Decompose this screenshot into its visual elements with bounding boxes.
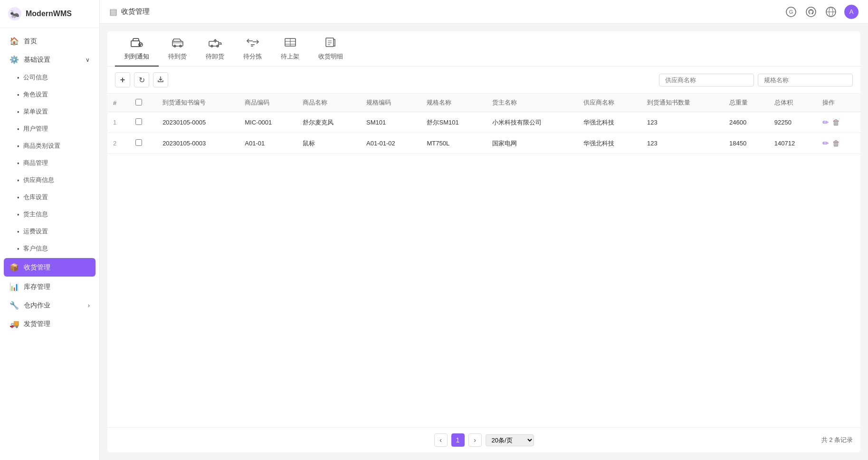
sidebar-item-user-label: 用户管理 <box>23 125 48 133</box>
prev-page-button[interactable]: ‹ <box>434 433 448 447</box>
row-1-select-checkbox[interactable] <box>135 118 142 125</box>
tabs: 到到通知 待到货 <box>107 31 860 67</box>
col-action: 操作 <box>817 94 860 112</box>
select-all-checkbox[interactable] <box>135 99 142 105</box>
data-table: # 到货通知书编号 商品编码 商品名称 规格编码 规格名称 货主名称 供应商名称… <box>107 94 860 154</box>
sub-icon: ▪ <box>17 74 19 81</box>
add-button[interactable]: + <box>115 72 130 87</box>
tab-waiting-goods[interactable]: 待到货 <box>159 31 196 67</box>
tab-waiting-shelf[interactable]: 待上架 <box>271 31 309 67</box>
sidebar-item-home[interactable]: 🏠 首页 <box>0 32 99 50</box>
tab-waiting-shelf-label: 待上架 <box>281 52 299 61</box>
table-row: 2 20230105-0003 A01-01 鼠标 A01-01-02 MT75… <box>107 133 860 154</box>
sidebar-item-inventory-label: 库存管理 <box>24 283 50 291</box>
row-2-select-checkbox[interactable] <box>135 139 142 146</box>
sidebar-item-warehouse-ops-label: 仓内作业 <box>24 301 50 310</box>
avatar[interactable]: A <box>844 5 858 19</box>
sidebar-item-receiving-management[interactable]: 📦 收货管理 <box>4 258 95 277</box>
row-2-total-weight: 18450 <box>724 133 769 154</box>
col-product-name: 商品名称 <box>297 94 361 112</box>
sidebar-item-owner-info[interactable]: ▪ 货主信息 <box>0 206 99 223</box>
page-1-button[interactable]: 1 <box>451 433 465 447</box>
sidebar-logo[interactable]: 🐜 ModernWMS <box>0 0 99 28</box>
sidebar-item-product-category[interactable]: ▪ 商品类别设置 <box>0 137 99 154</box>
col-total-volume: 总体积 <box>769 94 817 112</box>
tab-arrival-notice-label: 到到通知 <box>124 52 149 61</box>
sidebar-item-role-settings[interactable]: ▪ 角色设置 <box>0 86 99 103</box>
github-icon[interactable] <box>804 5 818 19</box>
tab-receiving-detail[interactable]: 收货明细 <box>309 31 353 67</box>
sub-icon: ▪ <box>17 143 19 150</box>
sub-icon: ▪ <box>17 211 19 218</box>
sidebar-item-product-category-label: 商品类别设置 <box>23 142 60 150</box>
sidebar-item-user-management[interactable]: ▪ 用户管理 <box>0 120 99 137</box>
svg-text:🐜: 🐜 <box>10 10 19 19</box>
language-icon[interactable] <box>824 5 838 19</box>
sidebar-item-basic-settings[interactable]: ⚙️ 基础设置 ∨ <box>0 50 99 69</box>
col-owner-name: 货主名称 <box>486 94 578 112</box>
next-icon: › <box>474 436 476 444</box>
page-1-label: 1 <box>456 436 460 444</box>
sidebar-item-menu-label: 菜单设置 <box>23 107 48 116</box>
col-notice-no: 到货通知书编号 <box>157 94 239 112</box>
sidebar-item-warehouse-settings[interactable]: ▪ 仓库设置 <box>0 189 99 206</box>
export-button[interactable] <box>153 72 168 87</box>
sidebar-item-menu-settings[interactable]: ▪ 菜单设置 <box>0 103 99 120</box>
refresh-button[interactable]: ↻ <box>134 72 149 87</box>
tab-waiting-unload-label: 待卸货 <box>206 52 224 61</box>
sub-icon: ▪ <box>17 177 19 184</box>
refresh-icon: ↻ <box>139 76 145 85</box>
waiting-sort-tab-icon <box>246 37 259 50</box>
tab-waiting-unload[interactable]: 待卸货 <box>196 31 234 67</box>
row-2-product-code: A01-01 <box>239 133 297 154</box>
page-size-select[interactable]: 20条/页 50条/页 100条/页 <box>486 434 534 446</box>
sidebar-item-warehouse-ops[interactable]: 🔧 仓内作业 › <box>0 296 99 315</box>
row-1-delete-button[interactable]: 🗑 <box>832 118 840 127</box>
row-2-edit-button[interactable]: ✏ <box>822 139 829 148</box>
row-2-supplier-name: 华强北科技 <box>578 133 641 154</box>
row-2-owner-name: 国家电网 <box>486 133 578 154</box>
tab-waiting-sort[interactable]: 待分拣 <box>234 31 271 67</box>
sub-icon: ▪ <box>17 91 19 98</box>
col-product-code: 商品编码 <box>239 94 297 112</box>
row-1-num: 1 <box>107 112 130 133</box>
receiving-icon: 📦 <box>10 263 19 272</box>
search-area <box>659 74 853 86</box>
sub-icon: ▪ <box>17 194 19 201</box>
sub-icon: ▪ <box>17 228 19 235</box>
sidebar-item-role-label: 角色设置 <box>23 90 48 99</box>
sidebar-item-inventory-management[interactable]: 📊 库存管理 <box>0 278 99 296</box>
row-1-edit-button[interactable]: ✏ <box>822 118 829 127</box>
page-title: 收货管理 <box>121 7 150 16</box>
sidebar-item-shipping-management[interactable]: 🚚 发货管理 <box>0 315 99 333</box>
row-2-delete-button[interactable]: 🗑 <box>832 139 840 148</box>
pagination: ‹ 1 › 20条/页 50条/页 100条/页 共 2 条记录 <box>107 427 860 452</box>
row-2-spec-name: MT750L <box>421 133 486 154</box>
page-title-area: ▤ 收货管理 <box>109 7 777 17</box>
col-checkbox <box>130 94 157 112</box>
sidebar-item-product-management[interactable]: ▪ 商品管理 <box>0 154 99 172</box>
row-1-product-name: 舒尔麦克风 <box>297 112 361 133</box>
row-2-num: 2 <box>107 133 130 154</box>
chevron-down-icon: ∨ <box>86 57 90 63</box>
supplier-search-input[interactable] <box>659 74 754 86</box>
export-icon <box>157 76 164 85</box>
row-1-checkbox <box>130 112 157 133</box>
sidebar-item-owner-label: 货主信息 <box>23 210 48 219</box>
sidebar-item-supplier-info[interactable]: ▪ 供应商信息 <box>0 172 99 189</box>
tab-arrival-notice[interactable]: 到到通知 <box>115 31 159 67</box>
next-page-button[interactable]: › <box>468 433 482 447</box>
row-1-product-code: MIC-0001 <box>239 112 297 133</box>
sidebar: 🐜 ModernWMS 🏠 首页 ⚙️ 基础设置 ∨ ▪ 公司信息 ▪ 角色设置… <box>0 0 100 460</box>
home-icon: 🏠 <box>10 37 19 46</box>
prev-icon: ‹ <box>439 436 442 444</box>
sidebar-item-freight-settings[interactable]: ▪ 运费设置 <box>0 223 99 240</box>
gitlab-icon[interactable]: G <box>784 5 798 19</box>
row-1-notice-no: 20230105-0005 <box>157 112 239 133</box>
sidebar-item-customer-label: 客户信息 <box>23 244 48 253</box>
spec-search-input[interactable] <box>758 74 853 86</box>
sidebar-item-company-info[interactable]: ▪ 公司信息 <box>0 69 99 86</box>
waiting-unload-tab-icon <box>209 37 222 50</box>
sidebar-item-customer-info[interactable]: ▪ 客户信息 <box>0 240 99 257</box>
sub-icon: ▪ <box>17 160 19 167</box>
